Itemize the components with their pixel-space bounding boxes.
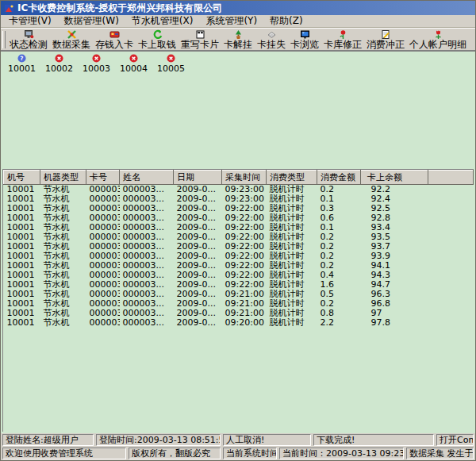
table-row[interactable]: 10001 节水机 000003 000003... 2009-0... 09:…: [4, 242, 474, 252]
table-cell: 09:20:00: [222, 318, 267, 328]
card-report-loss-button[interactable]: 卡挂失: [255, 29, 288, 50]
table-cell: 2009-0...: [174, 223, 222, 232]
table-cell: 94.1: [361, 261, 428, 271]
table-cell: [428, 232, 474, 242]
column-header-machine-type[interactable]: 机器类型: [40, 171, 86, 185]
table-cell: 93.9: [361, 252, 428, 261]
table-cell: 2009-0...: [174, 318, 222, 328]
table-cell: 10001: [4, 290, 40, 299]
column-header-name[interactable]: 姓名: [120, 171, 174, 185]
table-cell: 000003...: [120, 318, 174, 328]
table-row[interactable]: 10001 节水机 000003 000003... 2009-0... 09:…: [4, 280, 474, 290]
toolbar-button-label: 存钱入卡: [95, 40, 133, 50]
table-row[interactable]: 10001 节水机 000003 000003... 2009-0... 09:…: [4, 213, 474, 223]
column-header-amount[interactable]: 消费金额: [317, 171, 361, 185]
table-cell: [428, 194, 474, 204]
toolbar-button-label: 卡解挂: [224, 40, 252, 50]
table-cell: 94.3: [361, 271, 428, 280]
column-header-balance[interactable]: 卡上余额: [361, 171, 428, 185]
card-browse-button[interactable]: 卡浏览: [288, 29, 321, 50]
machine-item-10002[interactable]: 10002: [40, 54, 78, 74]
table-cell: 000003...: [120, 309, 174, 318]
rewrite-card-button[interactable]: 重写卡片: [178, 29, 221, 50]
toolbar-gripper[interactable]: [2, 31, 6, 48]
table-cell: 000003...: [120, 271, 174, 280]
menu-help[interactable]: 帮助(Z): [263, 15, 309, 27]
table-row[interactable]: 10001 节水机 000003 000003... 2009-0... 09:…: [4, 318, 474, 328]
table-row[interactable]: 10001 节水机 000003 000003... 2009-0... 09:…: [4, 185, 474, 195]
data-collect-button[interactable]: 数据采集: [50, 29, 93, 50]
table-cell: 93.5: [361, 232, 428, 242]
table-cell: 2009-0...: [174, 261, 222, 271]
table-row[interactable]: 10001 节水机 000003 000003... 2009-0... 09:…: [4, 271, 474, 280]
menu-system-management[interactable]: 系统管理(Y): [199, 15, 263, 27]
table-cell: 节水机: [40, 299, 86, 309]
table-row[interactable]: 10001 节水机 000003 000003... 2009-0... 09:…: [4, 252, 474, 261]
table-cell: 92.8: [361, 213, 428, 223]
table-cell: [428, 185, 474, 195]
table-cell: [428, 299, 474, 309]
machine-id-label: 10004: [120, 63, 148, 74]
table-cell: 2009-0...: [174, 204, 222, 213]
table-cell: 2009-0...: [174, 213, 222, 223]
menu-card-management[interactable]: 卡管理(V): [2, 15, 58, 27]
table-cell: [428, 318, 474, 328]
table-cell: [428, 242, 474, 252]
machine-item-10003[interactable]: 10003: [78, 54, 115, 74]
machine-item-10005[interactable]: 10005: [152, 54, 190, 74]
column-header-machine-no[interactable]: 机号: [4, 171, 40, 185]
table-cell: 09:23:00: [222, 194, 267, 204]
table-row[interactable]: 10001 节水机 000003 000003... 2009-0... 09:…: [4, 299, 474, 309]
table-cell: 脱机计时: [267, 252, 317, 261]
table-cell: 000003...: [120, 290, 174, 299]
table-row[interactable]: 10001 节水机 000003 000003... 2009-0... 09:…: [4, 309, 474, 318]
table-row[interactable]: 10001 节水机 000003 000003... 2009-0... 09:…: [4, 232, 474, 242]
table-row[interactable]: 10001 节水机 000003 000003... 2009-0... 09:…: [4, 223, 474, 232]
table-cell: 0.2: [317, 232, 361, 242]
table-cell: 000003: [86, 271, 120, 280]
table-cell: [428, 309, 474, 318]
table-cell: 000003: [86, 194, 120, 204]
column-header-card-no[interactable]: 卡号: [86, 171, 120, 185]
table-cell: 10001: [4, 261, 40, 271]
table-cell: 2009-0...: [174, 242, 222, 252]
deposit-to-card-button[interactable]: 存钱入卡: [93, 29, 136, 50]
card-db-fix-button[interactable]: 卡库修正: [321, 29, 364, 50]
status-check-button[interactable]: 状态检测: [7, 29, 50, 50]
table-row[interactable]: 10001 节水机 000003 000003... 2009-0... 09:…: [4, 290, 474, 299]
table-cell: 000003...: [120, 280, 174, 290]
column-header-collect-time[interactable]: 采集时间: [222, 171, 267, 185]
menu-machine-management[interactable]: 节水机管理(X): [125, 15, 200, 27]
card-unfreeze-button[interactable]: 卡解挂: [221, 29, 255, 50]
table-cell: 10001: [4, 232, 40, 242]
table-cell: [428, 204, 474, 213]
machine-item-10004[interactable]: 10004: [115, 54, 152, 74]
table-cell: 000003: [86, 309, 120, 318]
column-header-consume-type[interactable]: 消费类型: [267, 171, 317, 185]
machine-item-10001[interactable]: ? 10001: [3, 54, 40, 74]
table-row[interactable]: 10001 节水机 000003 000003... 2009-0... 09:…: [4, 261, 474, 271]
table-cell: 2009-0...: [174, 194, 222, 204]
withdraw-from-card-button[interactable]: 卡上取钱: [136, 29, 178, 50]
table-row[interactable]: 10001 节水机 000003 000003... 2009-0... 09:…: [4, 204, 474, 213]
menu-data-management[interactable]: 数据管理(W): [58, 15, 125, 27]
column-header-date[interactable]: 日期: [174, 171, 222, 185]
toolbar-button-label: 卡库修正: [324, 40, 362, 50]
table-cell: 10001: [4, 309, 40, 318]
machine-status-panel: ? 10001 10002: [3, 54, 190, 74]
charge-reverse-button[interactable]: 消费冲正: [364, 29, 407, 50]
table-cell: 0.8: [317, 309, 361, 318]
table-cell: 000003...: [120, 261, 174, 271]
table-cell: 000003: [86, 290, 120, 299]
error-status-icon: [92, 54, 101, 63]
personal-account-detail-button[interactable]: 个人帐户明细: [407, 29, 469, 50]
table-cell: 节水机: [40, 309, 86, 318]
table-cell: 0.2: [317, 252, 361, 261]
toolbar-button-label: 个人帐户明细: [409, 40, 466, 50]
table-row[interactable]: 10001 节水机 000003 000003... 2009-0... 09:…: [4, 194, 474, 204]
table-cell: 000003...: [120, 232, 174, 242]
table-cell: 000003...: [120, 213, 174, 223]
table-cell: 000003: [86, 223, 120, 232]
table-cell: 0.3: [317, 204, 361, 213]
table-cell: 脱机计时: [267, 213, 317, 223]
